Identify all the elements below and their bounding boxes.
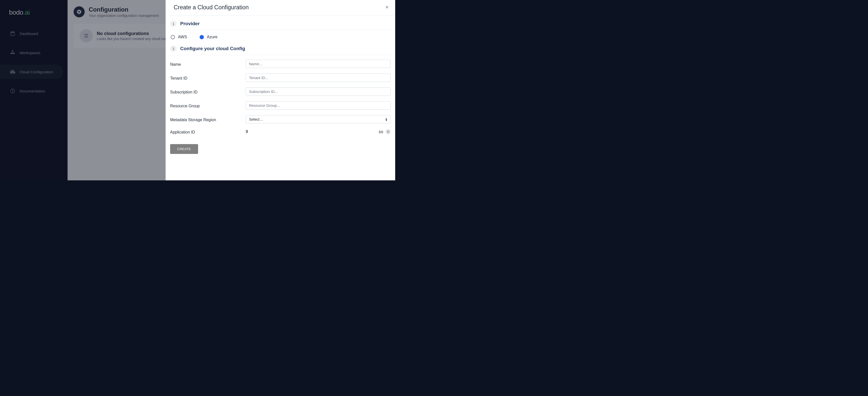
field-label: Subscription ID <box>170 89 246 95</box>
subscription-id-input[interactable] <box>246 88 391 96</box>
app-id-value-right: b9 <box>379 130 383 134</box>
step-number: 2 <box>170 45 177 52</box>
form-row-region: Metadata Storage Region Select… ▲▼ <box>170 115 391 124</box>
close-icon: × <box>385 4 389 10</box>
step-number: 1 <box>170 21 177 27</box>
tenant-id-input[interactable] <box>246 73 391 82</box>
radio-label: AWS <box>178 35 187 39</box>
step-title: Configure your cloud Config <box>180 46 245 52</box>
field-label: Metadata Storage Region <box>170 117 246 122</box>
form-row-tenant: Tenant ID <box>170 73 391 82</box>
radio-unselected-icon <box>170 35 175 39</box>
app-id-value-left: 9 <box>246 130 248 134</box>
radio-selected-icon <box>199 35 204 39</box>
copy-button[interactable] <box>385 129 391 134</box>
region-select[interactable]: Select… <box>246 115 391 124</box>
step-2-header: 2 Configure your cloud Config <box>170 45 391 55</box>
create-cloud-config-panel: Create a Cloud Configuration × 1 Provide… <box>165 0 395 180</box>
panel-header: Create a Cloud Configuration × <box>165 0 395 16</box>
provider-radio-group: AWS Azure <box>170 35 391 39</box>
form-row-appid: Application ID 9 b9 <box>170 129 391 134</box>
form-row-name: Name <box>170 60 391 68</box>
name-input[interactable] <box>246 60 391 68</box>
step-1-header: 1 Provider <box>170 21 391 30</box>
provider-option-azure[interactable]: Azure <box>199 35 217 39</box>
panel-body: 1 Provider AWS Azure 2 Configure your cl… <box>165 16 395 159</box>
provider-option-aws[interactable]: AWS <box>170 35 187 39</box>
field-label: Tenant ID <box>170 75 246 80</box>
form-row-resource: Resource Group <box>170 101 391 109</box>
close-button[interactable]: × <box>383 3 391 11</box>
resource-group-input[interactable] <box>246 101 391 109</box>
copy-icon <box>387 131 390 133</box>
form-row-subscription: Subscription ID <box>170 88 391 96</box>
panel-title: Create a Cloud Configuration <box>174 4 249 11</box>
create-button[interactable]: CREATE <box>170 144 198 154</box>
step-title: Provider <box>180 21 199 27</box>
field-label: Name <box>170 61 246 67</box>
field-label: Application ID <box>170 129 246 134</box>
field-label: Resource Group <box>170 103 246 108</box>
radio-label: Azure <box>207 35 217 39</box>
